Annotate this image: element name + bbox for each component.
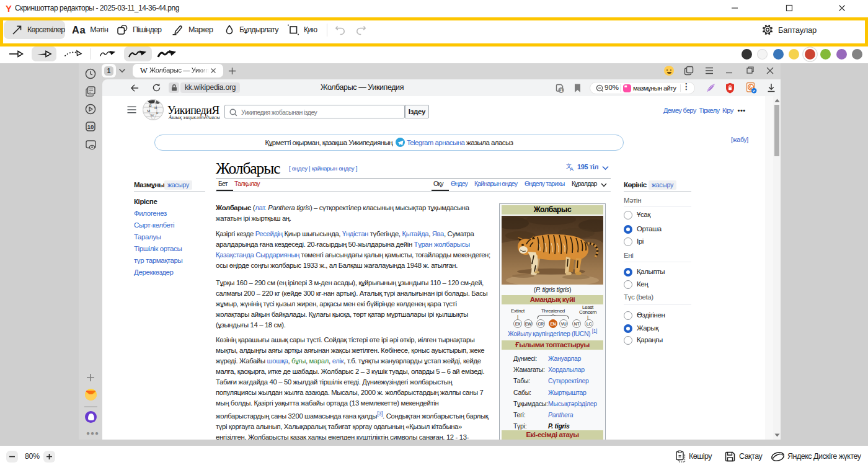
svg-text:M: M [147, 109, 151, 113]
svg-text:A: A [570, 166, 574, 172]
svg-text:Ω: Ω [149, 104, 152, 107]
svg-text:10: 10 [87, 123, 94, 130]
svg-text:W: W [151, 113, 154, 117]
svg-text:И: И [154, 106, 157, 110]
svg-text:ע: ע [156, 111, 159, 115]
svg-text:1: 1 [560, 87, 562, 93]
